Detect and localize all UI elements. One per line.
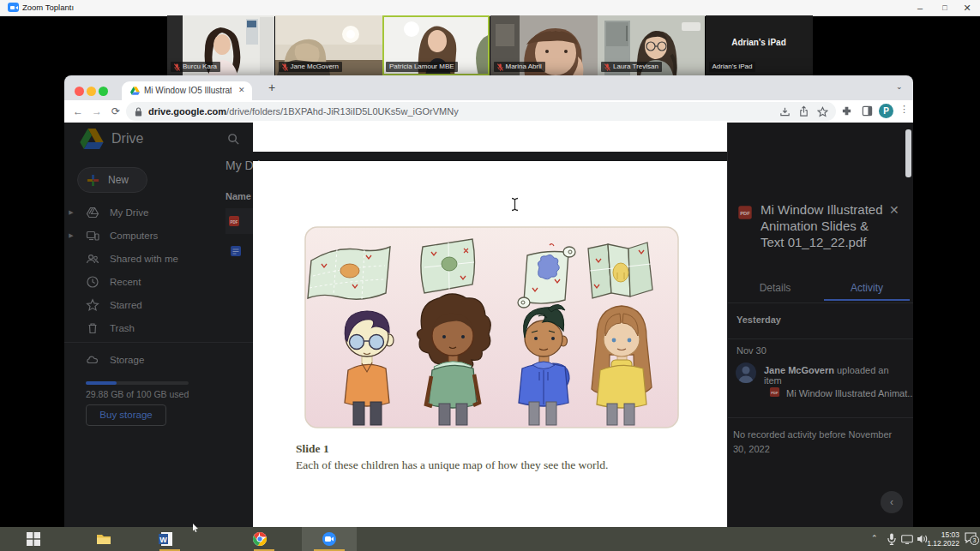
install-icon[interactable]: [779, 106, 791, 117]
activity-file-name[interactable]: Mi Window Illustrated Animat...: [786, 388, 913, 398]
tray-clock-date[interactable]: 1.12.2022: [923, 539, 959, 548]
file-explorer-icon[interactable]: [96, 531, 111, 547]
plus-multicolor-icon: [87, 174, 99, 187]
section-divider: [728, 417, 913, 418]
url-text: drive.google.com/drive/folders/1BXPAhd-J…: [148, 106, 459, 117]
video-tile-laura-trevisan[interactable]: Laura Trevisan: [598, 15, 705, 75]
recent-clock-icon: [86, 275, 99, 289]
participant-name-placeholder: Adrian's iPad: [706, 38, 813, 47]
trash-icon: [86, 321, 99, 335]
tab-close-icon[interactable]: ✕: [238, 86, 245, 94]
text-cursor-ibeam: [510, 197, 520, 212]
zoom-taskbar-tile[interactable]: [302, 527, 357, 551]
activity-section-yesterday: Yesterday: [737, 314, 781, 325]
zoom-app-taskbar-icon: [322, 531, 337, 547]
video-tile-jane-mcgovern[interactable]: Jane McGovern: [275, 15, 382, 75]
participant-label: Jane McGovern: [279, 62, 342, 72]
tray-display-icon[interactable]: [901, 535, 913, 544]
activity-avatar: [736, 362, 756, 383]
video-tile-adrians-ipad[interactable]: Adrian's iPad Adrian's iPad: [706, 15, 813, 75]
tab-details[interactable]: Details: [728, 282, 822, 294]
storage-usage-text: 29.88 GB of 100 GB used: [86, 389, 189, 399]
star-icon: [86, 298, 99, 312]
forward-icon[interactable]: →: [90, 105, 104, 118]
name-column-header[interactable]: Name: [225, 191, 251, 201]
computers-icon: [86, 229, 99, 243]
sidebar-item-starred[interactable]: Starred: [64, 294, 253, 316]
minimize-button[interactable]: –: [914, 2, 926, 14]
browser-tab-strip: Mi Window IO5 Illustrated Anim ✕ + ⌄: [64, 75, 913, 100]
svg-text:PDF: PDF: [740, 211, 750, 216]
notification-badge: 3: [970, 536, 979, 545]
participant-label: Adrian's iPad: [709, 62, 756, 72]
active-tab-underline: [824, 299, 910, 301]
back-icon[interactable]: ←: [71, 105, 85, 118]
sidebar-item-storage[interactable]: Storage: [64, 349, 253, 371]
shared-icon: [86, 252, 99, 266]
traffic-zoom-button[interactable]: [99, 87, 108, 96]
buy-storage-button[interactable]: Buy storage: [86, 404, 166, 426]
share-icon[interactable]: [798, 105, 809, 117]
tray-notifications-icon[interactable]: 3: [965, 532, 977, 543]
word-icon[interactable]: W: [158, 531, 173, 547]
traffic-close-button[interactable]: [75, 87, 84, 96]
pdf-page-previous-fragment: [253, 123, 727, 152]
pdf-file-icon: PDF: [228, 215, 240, 227]
sidebar-item-computers[interactable]: ▶ Computers: [64, 225, 253, 247]
slide-caption: Each of these children has a unique map …: [296, 458, 608, 472]
tab-search-chevron-icon[interactable]: ⌄: [896, 82, 903, 91]
svg-text:PDF: PDF: [771, 391, 779, 395]
new-button[interactable]: New: [77, 167, 147, 193]
collapse-panel-chevron-icon[interactable]: ‹: [881, 491, 903, 513]
search-icon[interactable]: [227, 133, 240, 146]
maximize-button[interactable]: □: [939, 2, 951, 14]
activity-section-nov30: Nov 30: [737, 345, 767, 356]
sidebar-item-shared-with-me[interactable]: Shared with me: [64, 248, 253, 270]
zoom-app-icon: [8, 3, 19, 12]
svg-text:W: W: [159, 536, 167, 544]
sidebar-item-recent[interactable]: Recent: [64, 271, 253, 293]
slide-label: Slide 1: [296, 442, 329, 456]
expand-arrow-icon[interactable]: ▶: [64, 232, 78, 239]
reload-icon[interactable]: ⟳: [109, 105, 123, 118]
drive-logo: [80, 129, 104, 149]
storage-progress-fill: [86, 381, 117, 385]
mic-muted-icon: [174, 63, 180, 71]
scrollbar-thumb[interactable]: [905, 129, 911, 177]
tab-activity[interactable]: Activity: [824, 282, 910, 294]
new-tab-button[interactable]: +: [268, 81, 275, 94]
address-bar[interactable]: drive.google.com/drive/folders/1BXPAhd-J…: [126, 102, 836, 121]
browser-tab[interactable]: Mi Window IO5 Illustrated Anim ✕: [122, 81, 252, 100]
start-button-icon[interactable]: [26, 531, 41, 547]
extensions-icon[interactable]: [841, 105, 852, 117]
url-origin: drive.google.com: [148, 106, 226, 117]
tray-chevron-up-icon[interactable]: ⌃: [871, 534, 878, 542]
expand-arrow-icon[interactable]: ▶: [64, 209, 78, 216]
participant-label: Marina Abril: [494, 62, 545, 72]
sidebar-item-trash[interactable]: Trash: [64, 317, 253, 339]
pdf-file-icon: PDF: [737, 205, 753, 220]
side-panel-icon[interactable]: [862, 105, 873, 117]
doc-file-icon: [230, 245, 242, 257]
video-tile-marina-abril[interactable]: Marina Abril: [490, 15, 598, 75]
my-drive-icon: [86, 206, 99, 219]
pdf-page-current: Slide 1 Each of these children has a uni…: [253, 161, 727, 527]
tray-clock-time[interactable]: 15:03: [930, 530, 959, 539]
video-tile-burcu-kara[interactable]: Burcu Kara: [167, 15, 274, 75]
browser-profile-avatar[interactable]: P: [879, 104, 893, 118]
browser-menu-icon[interactable]: ⋮: [899, 104, 909, 115]
participant-label: Laura Trevisan: [601, 62, 662, 72]
no-activity-note: No recorded activity before November 30,…: [733, 428, 905, 457]
sidebar-item-my-drive[interactable]: ▶ My Drive: [64, 201, 253, 224]
windows-taskbar: W ⌃ 15:03 1.12.2022 3: [0, 527, 980, 551]
panel-close-icon[interactable]: ✕: [889, 203, 899, 217]
chrome-icon[interactable]: [252, 531, 268, 547]
sidebar-divider: [64, 342, 253, 343]
bookmark-star-icon[interactable]: [817, 106, 828, 117]
participant-label: Patricia Lamour MBE: [386, 62, 458, 72]
activity-actor: Jane McGovern: [764, 365, 834, 375]
traffic-minimize-button[interactable]: [87, 87, 96, 96]
tray-mic-icon[interactable]: [887, 533, 897, 545]
video-tile-patricia-lamour[interactable]: Patricia Lamour MBE: [382, 15, 490, 75]
close-button[interactable]: ✕: [961, 2, 973, 14]
